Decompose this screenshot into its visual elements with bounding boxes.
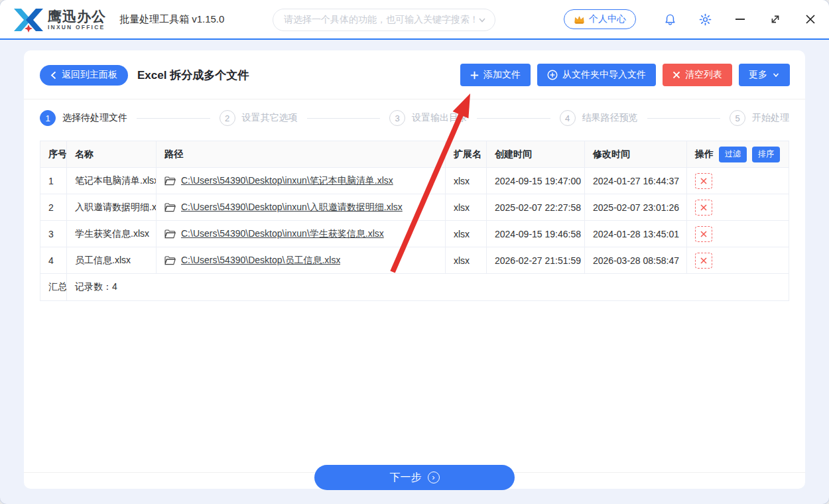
next-step-label: 下一步 [390, 471, 422, 485]
step-number: 1 [40, 110, 56, 126]
circle-plus-icon [547, 70, 558, 80]
minimize-button[interactable] [731, 10, 749, 29]
folder-icon [164, 203, 176, 212]
panel-footer: 下一步 › [24, 472, 805, 489]
col-header-path: 路径 [157, 141, 446, 168]
file-path-link[interactable]: C:\Users\54390\Desktop\员工信息.xlsx [181, 255, 340, 267]
notification-bell-button[interactable] [661, 10, 679, 29]
cell-created: 2024-09-15 19:47:00 [487, 168, 585, 194]
step-connector [477, 118, 550, 119]
cell-index: 1 [40, 168, 67, 194]
cell-path: C:\Users\54390\Desktop\员工信息.xlsx [157, 247, 446, 274]
cell-index: 3 [40, 221, 67, 247]
function-search-select[interactable]: 请选择一个具体的功能，也可输入关键字搜索！ [273, 9, 495, 31]
step-connector [307, 118, 381, 119]
page-title: Excel 拆分成多个文件 [137, 68, 249, 83]
gear-icon [699, 13, 712, 26]
step-number: 4 [560, 110, 576, 126]
cell-name: 入职邀请数据明细.xlsx [67, 194, 157, 221]
crown-icon [574, 15, 585, 25]
step-label: 选择待处理文件 [62, 112, 127, 124]
resize-diagonal-icon [769, 13, 781, 25]
app-title: 批量处理工具箱 v1.15.0 [119, 0, 224, 38]
chevron-left-icon [50, 71, 56, 80]
col-header-index: 序号 [40, 141, 67, 168]
cell-actions [687, 247, 789, 274]
title-bar-controls: 个人中心 [564, 0, 820, 38]
cell-modified: 2025-02-07 23:01:26 [585, 194, 687, 221]
col-header-modified: 修改时间 [585, 141, 687, 168]
delete-row-button[interactable] [695, 253, 712, 269]
table-row: 3 学生获奖信息.xlsx C:\Users\54390\Desktop\inx… [40, 221, 789, 247]
more-label: 更多 [749, 69, 767, 81]
delete-row-button[interactable] [695, 173, 712, 189]
delete-row-button[interactable] [695, 200, 712, 216]
arrow-right-circle-icon: › [428, 472, 440, 483]
delete-row-button[interactable] [695, 226, 712, 242]
clear-list-label: 清空列表 [685, 69, 722, 81]
x-icon [700, 177, 708, 185]
cell-modified: 2024-01-28 13:45:01 [585, 221, 687, 247]
app-logo: 鹰迅办公 INXUN OFFICE [13, 7, 106, 33]
clear-list-button[interactable]: 清空列表 [663, 64, 732, 86]
bell-icon [664, 13, 676, 26]
panel-header: 返回到主面板 Excel 拆分成多个文件 添加文件 从文件夹中导入文件 清空列表… [24, 50, 805, 99]
cell-name: 员工信息.xlsx [67, 247, 157, 274]
cell-path: C:\Users\54390\Desktop\inxun\入职邀请数据明细.xl… [157, 194, 446, 221]
cell-created: 2025-02-07 22:27:58 [487, 194, 585, 221]
app-subname: INXUN OFFICE [48, 25, 106, 31]
toolbar-actions: 添加文件 从文件夹中导入文件 清空列表 更多 [460, 64, 790, 86]
logo-text: 鹰迅办公 INXUN OFFICE [48, 9, 106, 31]
more-button[interactable]: 更多 [739, 64, 790, 86]
step-number: 3 [389, 110, 405, 126]
filter-button[interactable]: 过滤 [719, 147, 747, 162]
step-label: 开始处理 [752, 112, 789, 124]
settings-button[interactable] [696, 10, 714, 29]
cell-ext: xlsx [446, 221, 487, 247]
folder-icon [164, 256, 176, 265]
step-connector [137, 118, 210, 119]
col-header-name: 名称 [67, 141, 157, 168]
step-number: 2 [220, 110, 235, 126]
logo-x-icon [13, 7, 44, 33]
cell-ext: xlsx [446, 168, 487, 194]
add-file-label: 添加文件 [483, 69, 521, 81]
next-step-button[interactable]: 下一步 › [314, 465, 515, 490]
cell-index: 2 [40, 194, 67, 221]
cell-ext: xlsx [446, 194, 487, 221]
step-connector [647, 118, 721, 119]
summary-row: 汇总 记录数：4 [40, 274, 789, 300]
close-button[interactable] [801, 10, 820, 29]
back-to-dashboard-button[interactable]: 返回到主面板 [40, 65, 128, 86]
step-number: 5 [730, 110, 745, 126]
cell-index: 4 [40, 247, 67, 274]
col-header-actions: 操作 过滤 排序 [687, 141, 789, 168]
summary-label: 汇总 [40, 274, 67, 300]
plus-icon [470, 71, 479, 80]
folder-icon [164, 176, 176, 186]
import-from-folder-label: 从文件夹中导入文件 [562, 69, 646, 81]
sort-button[interactable]: 排序 [752, 147, 780, 162]
table-row: 4 员工信息.xlsx C:\Users\54390\Desktop\员工信息.… [40, 247, 789, 274]
file-path-link[interactable]: C:\Users\54390\Desktop\inxun\笔记本电脑清单.xls… [181, 175, 393, 187]
x-icon [700, 257, 708, 265]
x-icon [700, 204, 708, 212]
file-path-link[interactable]: C:\Users\54390\Desktop\inxun\学生获奖信息.xlsx [181, 228, 384, 240]
col-header-ext: 扩展名 [446, 141, 487, 168]
add-file-button[interactable]: 添加文件 [460, 64, 531, 86]
close-icon [804, 13, 816, 25]
step-5-start: 5 开始处理 [730, 110, 789, 126]
summary-record-count: 记录数：4 [67, 274, 789, 300]
cell-name: 笔记本电脑清单.xlsx [67, 168, 157, 194]
maximize-button[interactable] [766, 10, 785, 29]
main-panel: 返回到主面板 Excel 拆分成多个文件 添加文件 从文件夹中导入文件 清空列表… [24, 50, 805, 489]
cell-actions [687, 194, 789, 221]
col-header-created: 创建时间 [487, 141, 585, 168]
cell-modified: 2024-01-27 16:44:37 [585, 168, 687, 194]
step-1-select-files: 1 选择待处理文件 [40, 110, 127, 126]
file-path-link[interactable]: C:\Users\54390\Desktop\inxun\入职邀请数据明细.xl… [181, 202, 403, 214]
user-center-button[interactable]: 个人中心 [564, 9, 636, 29]
step-label: 设置其它选项 [242, 112, 298, 124]
app-window: 鹰迅办公 INXUN OFFICE 批量处理工具箱 v1.15.0 请选择一个具… [0, 0, 829, 504]
import-from-folder-button[interactable]: 从文件夹中导入文件 [537, 64, 656, 86]
